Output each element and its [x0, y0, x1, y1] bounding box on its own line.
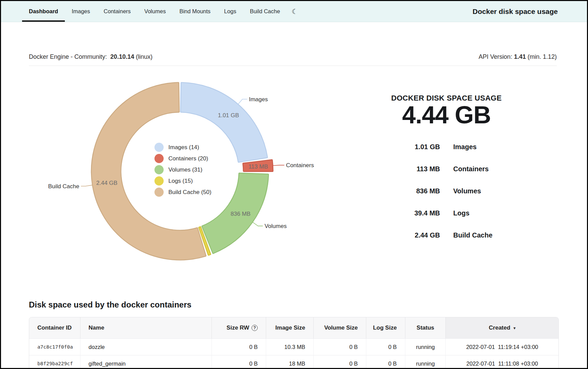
engine-version: 20.10.14 [110, 53, 134, 60]
table-row-dozzle: a7c8c17f0f0adozzle0 B10.3 MB0 B0 Brunnin… [29, 338, 558, 355]
segment-callout-label: Containers [286, 162, 314, 169]
dark-mode-toggle[interactable]: ☾ [287, 1, 302, 22]
summary-row-logs: 39.4 MBLogs [341, 202, 552, 224]
column-header-container-id[interactable]: Container ID [29, 317, 80, 338]
column-header-volume-size[interactable]: Volume Size [313, 317, 366, 338]
cell-status: running [405, 339, 446, 355]
callout-line [273, 165, 284, 165]
containers-table: Container IDNameSize RW?Image SizeVolume… [29, 317, 559, 369]
column-header-label: Created [489, 324, 510, 331]
summary-row-build-cache: 2.44 GBBuild Cache [341, 224, 552, 246]
segment-callout-label: Volumes [264, 223, 287, 229]
cell-container-id: b8f29ba229cf [29, 355, 80, 369]
cell-log-size: 0 B [366, 355, 405, 369]
app-title: Docker disk space usage [473, 1, 558, 22]
legend-item-containers[interactable]: Containers (20) [154, 154, 212, 163]
column-header-label: Name [89, 324, 104, 331]
column-header-name[interactable]: Name [80, 317, 212, 338]
summary-rows: 1.01 GBImages113 MBContainers836 MBVolum… [341, 136, 552, 246]
summary-size: 39.4 MB [341, 209, 440, 217]
segment-callout-label: Build Cache [48, 183, 79, 190]
callout-line [238, 99, 247, 104]
legend-item-images[interactable]: Images (14) [154, 143, 212, 152]
cell-log-size: 0 B [366, 339, 405, 355]
summary-label: Logs [453, 209, 470, 217]
cell-name: gifted_germain [80, 355, 212, 369]
app-window: DashboardImagesContainersVolumesBind Mou… [0, 0, 588, 369]
segment-value-label: 1.01 GB [218, 112, 239, 119]
cell-status: running [405, 355, 446, 369]
help-icon[interactable]: ? [252, 325, 258, 331]
segment-callout-label: Images [249, 96, 268, 103]
nav-item-containers[interactable]: Containers [97, 1, 137, 22]
column-header-size-rw[interactable]: Size RW? [212, 317, 266, 338]
callout-line [81, 185, 92, 186]
summary-row-containers: 113 MBContainers [341, 158, 552, 180]
column-header-label: Log Size [373, 324, 397, 331]
column-header-label: Volume Size [324, 324, 358, 331]
legend-swatch [154, 165, 164, 174]
cell-volume-size: 0 B [313, 339, 366, 355]
disk-usage-donut-chart: 1.01 GBImages113 MBContainers836 MBVolum… [42, 72, 320, 269]
column-header-label: Status [417, 324, 434, 331]
legend-item-volumes[interactable]: Volumes (31) [154, 165, 212, 174]
summary-row-volumes: 836 MBVolumes [341, 180, 552, 202]
nav-spacer [302, 1, 473, 22]
column-header-label: Container ID [37, 324, 72, 331]
summary-label: Build Cache [453, 231, 493, 239]
callout-line [253, 222, 263, 226]
legend-item-build-cache[interactable]: Build Cache (50) [154, 188, 212, 197]
summary-label: Images [453, 143, 477, 151]
legend-label: Images (14) [168, 144, 199, 151]
top-navbar: DashboardImagesContainersVolumesBind Mou… [1, 1, 587, 22]
legend-swatch [154, 143, 164, 152]
segment-value-label: 2.44 GB [96, 180, 117, 186]
sort-desc-icon: ▾ [513, 326, 516, 331]
column-header-image-size[interactable]: Image Size [266, 317, 313, 338]
nav-item-bind-mounts[interactable]: Bind Mounts [172, 1, 217, 22]
nav-item-volumes[interactable]: Volumes [137, 1, 172, 22]
nav-item-dashboard[interactable]: Dashboard [22, 1, 65, 22]
summary-label: Containers [453, 165, 489, 173]
containers-table-heading: Disk space used by the docker containers [29, 300, 191, 310]
cell-container-id: a7c8c17f0f0a [29, 339, 80, 355]
column-header-status[interactable]: Status [405, 317, 446, 338]
legend-swatch [154, 176, 164, 186]
column-header-created[interactable]: Created▾ [445, 317, 558, 338]
legend-swatch [154, 188, 164, 197]
api-version-info: API Version: 1.41 (min. 1.12) [479, 53, 557, 60]
cell-size-rw: 0 B [212, 355, 266, 369]
api-version: 1.41 [514, 53, 526, 60]
table-row-gifted_germain: b8f29ba229cfgifted_germain0 B18 MB0 B0 B… [29, 355, 558, 369]
cell-created: 2022-07-01 11:11:08 +03:00 [445, 355, 558, 369]
summary-size: 836 MB [341, 187, 440, 195]
summary-row-images: 1.01 GBImages [341, 136, 552, 158]
summary-size: 1.01 GB [341, 143, 440, 151]
nav-item-build-cache[interactable]: Build Cache [243, 1, 287, 22]
moon-icon: ☾ [292, 7, 298, 16]
summary-label: Volumes [453, 187, 481, 195]
legend-label: Logs (15) [168, 178, 193, 184]
legend-label: Build Cache (50) [168, 189, 212, 196]
total-disk-usage: 4.44 GB [341, 102, 552, 128]
chart-legend: Images (14)Containers (20)Volumes (31)Lo… [154, 143, 212, 199]
column-header-label: Image Size [275, 324, 305, 331]
segment-value-label: 113 MB [249, 163, 268, 170]
divider [29, 66, 557, 66]
summary-size: 113 MB [341, 165, 440, 173]
cell-size-rw: 0 B [212, 339, 266, 355]
legend-label: Containers (20) [168, 155, 208, 162]
column-header-label: Size RW [226, 324, 249, 331]
nav-item-images[interactable]: Images [65, 1, 97, 22]
cell-volume-size: 0 B [313, 355, 366, 369]
column-header-log-size[interactable]: Log Size [366, 317, 405, 338]
cell-image-size: 10.3 MB [266, 339, 313, 355]
legend-item-logs[interactable]: Logs (15) [154, 176, 212, 186]
cell-created: 2022-07-01 11:19:14 +03:00 [445, 339, 558, 355]
segment-value-label: 836 MB [231, 211, 251, 217]
table-header-row: Container IDNameSize RW?Image SizeVolume… [29, 317, 558, 338]
engine-info-row: Docker Engine - Community: 20.10.14 (lin… [29, 52, 557, 62]
cell-name: dozzle [80, 339, 212, 355]
summary-size: 2.44 GB [341, 231, 440, 239]
nav-item-logs[interactable]: Logs [217, 1, 243, 22]
